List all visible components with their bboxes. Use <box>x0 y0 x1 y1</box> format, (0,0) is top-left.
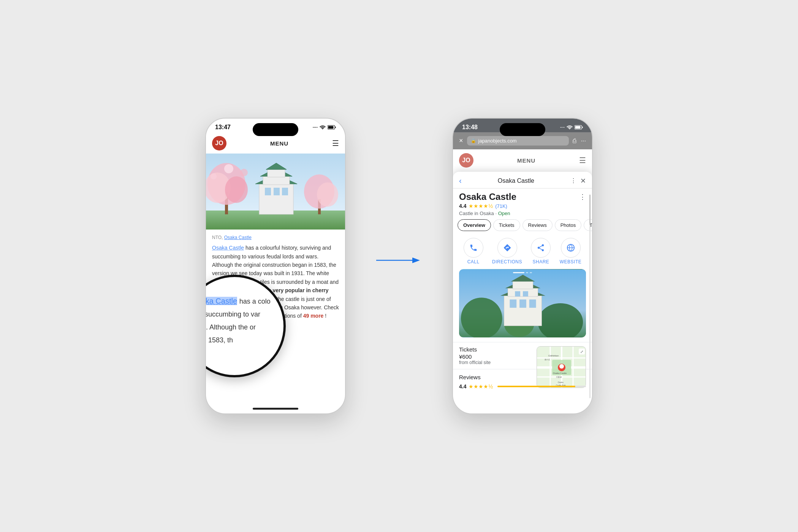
app-header-2-blurred: JO MENU ☰ <box>453 149 592 171</box>
directions-label: DIRECTIONS <box>492 259 522 264</box>
svg-text:坂の丘: 坂の丘 <box>544 358 550 361</box>
hamburger-icon-1[interactable]: ☰ <box>332 139 339 148</box>
svg-text:⤢: ⤢ <box>580 350 583 354</box>
svg-rect-10 <box>265 188 271 195</box>
reviews-stars: ★★★★½ <box>469 383 493 390</box>
reviews-score: 4.4 <box>459 383 466 390</box>
website-label: WEBSITE <box>560 259 582 264</box>
para-end: ! <box>325 313 326 319</box>
share-button[interactable]: SHARE <box>531 238 551 264</box>
svg-rect-38 <box>510 299 516 308</box>
svg-rect-39 <box>519 299 526 308</box>
hero-image-1 <box>206 154 345 230</box>
dynamic-island-2 <box>500 123 545 136</box>
scroll-thumb <box>589 195 591 225</box>
svg-point-29 <box>461 298 502 337</box>
maps-header: ‹ Osaka Castle ⋮ ✕ <box>453 172 592 188</box>
app-logo-2: JO <box>459 153 473 168</box>
dynamic-island-1 <box>253 123 298 136</box>
more-icon[interactable]: ··· <box>581 138 586 144</box>
time-1: 13:47 <box>215 124 231 131</box>
highlight-count: 49 more <box>303 313 324 319</box>
rating-score: 4.4 <box>459 203 466 209</box>
call-label: CALL <box>467 259 480 264</box>
battery-icon-2 <box>575 124 583 131</box>
svg-rect-12 <box>282 188 288 195</box>
time-2: 13:48 <box>462 124 478 131</box>
tab-tickets[interactable]: Tickets <box>493 219 520 231</box>
svg-rect-36 <box>513 282 533 289</box>
browser-close-button[interactable]: × <box>459 137 463 145</box>
svg-text:Geihinkan: Geihinkan <box>548 355 559 357</box>
osaka-castle-link[interactable]: Osaka Castle <box>212 245 244 251</box>
tab-tours[interactable]: Tours <box>584 219 592 231</box>
place-name: Osaka Castle <box>459 192 516 202</box>
signal-icon: ···· <box>313 125 318 130</box>
rating-count[interactable]: (71K) <box>495 203 507 209</box>
place-more-icon[interactable]: ⋮ <box>579 193 586 201</box>
directional-arrow <box>376 255 422 266</box>
menu-label-1[interactable]: MENU <box>270 140 288 147</box>
call-button[interactable]: CALL <box>464 238 483 264</box>
rating-stars: ★★★★½ <box>469 203 493 209</box>
castle-photo <box>459 269 586 337</box>
hamburger-icon-2: ☰ <box>579 156 586 165</box>
directions-button[interactable]: DIRECTIONS <box>492 238 522 264</box>
maps-back-button[interactable]: ‹ <box>459 176 462 185</box>
svg-rect-1 <box>328 126 334 128</box>
action-buttons: CALL DIRECTIONS SHARE <box>453 235 592 269</box>
share-icon[interactable]: ⎙ <box>573 138 576 144</box>
app-logo-1: JO <box>212 136 226 150</box>
tickets-section: Tickets ¥600 from official site › <box>453 342 592 369</box>
home-indicator-1 <box>253 408 298 410</box>
scroll-track <box>589 195 591 398</box>
mag-text-1: has a colo <box>239 298 271 305</box>
svg-rect-6 <box>263 176 290 185</box>
share-icon-btn <box>531 238 551 258</box>
breadcrumb-link[interactable]: Osaka Castle <box>224 235 252 240</box>
maps-close-button[interactable]: ✕ <box>580 177 586 185</box>
scene: 13:47 ···· JO MENU ☰ <box>0 0 798 532</box>
phone-1: 13:47 ···· JO MENU ☰ <box>205 118 346 414</box>
browser-url-bar[interactable]: 🔒 japanobjects.com <box>467 136 569 146</box>
battery-icon <box>328 124 336 131</box>
mag-line2: and succumbing to var <box>205 309 277 320</box>
menu-label-2: MENU <box>517 157 535 164</box>
svg-point-19 <box>224 164 233 173</box>
breadcrumb-1: NTO, Osaka Castle <box>212 234 339 241</box>
svg-text:Osaka Castle: Osaka Castle <box>553 372 567 374</box>
svg-rect-42 <box>523 291 528 296</box>
hero-svg <box>206 154 345 230</box>
svg-text:大阪城: 大阪城 <box>556 376 562 378</box>
svg-point-53 <box>559 364 564 369</box>
arrow-container <box>376 255 422 277</box>
lock-icon: 🔒 <box>471 138 476 143</box>
wifi-icon <box>320 124 326 131</box>
tab-reviews[interactable]: Reviews <box>522 219 553 231</box>
svg-point-22 <box>317 182 338 207</box>
status-icons-1: ···· <box>313 124 336 131</box>
tab-photos[interactable]: Photos <box>555 219 581 231</box>
maps-panel: ‹ Osaka Castle ⋮ ✕ Osaka Castle ⋮ 4.4 ★★… <box>453 172 592 413</box>
phone-2: 13:48 ···· × 🔒 japanobjects.com ⎙ ··· <box>452 118 593 414</box>
directions-icon <box>497 238 517 258</box>
call-icon <box>464 238 483 258</box>
magnifier-content: Osaka Castle has a colo and succumbing t… <box>205 288 283 353</box>
website-icon <box>561 238 581 258</box>
website-button[interactable]: WEBSITE <box>560 238 582 264</box>
mag-line4: an in 1583, th <box>205 335 277 346</box>
maps-more-button[interactable]: ⋮ <box>570 177 576 184</box>
reviews-label: Reviews <box>459 374 481 380</box>
svg-rect-26 <box>575 126 581 128</box>
reviews-bar <box>497 386 586 387</box>
tab-overview[interactable]: Overview <box>458 219 491 231</box>
svg-rect-11 <box>274 188 280 195</box>
signal-icon-2: ···· <box>560 125 565 130</box>
place-type: Castle in Osaka · Open <box>453 211 592 219</box>
maps-panel-title: Osaka Castle <box>466 177 567 184</box>
svg-rect-40 <box>529 299 536 308</box>
breadcrumb-text: NTO, <box>212 235 224 240</box>
open-status: Open <box>498 211 510 216</box>
mini-map[interactable]: ⤢ Geihinkan 坂の丘 Osaka Castle 大阪城 Osaka C… <box>537 346 586 388</box>
share-label: SHARE <box>532 259 549 264</box>
